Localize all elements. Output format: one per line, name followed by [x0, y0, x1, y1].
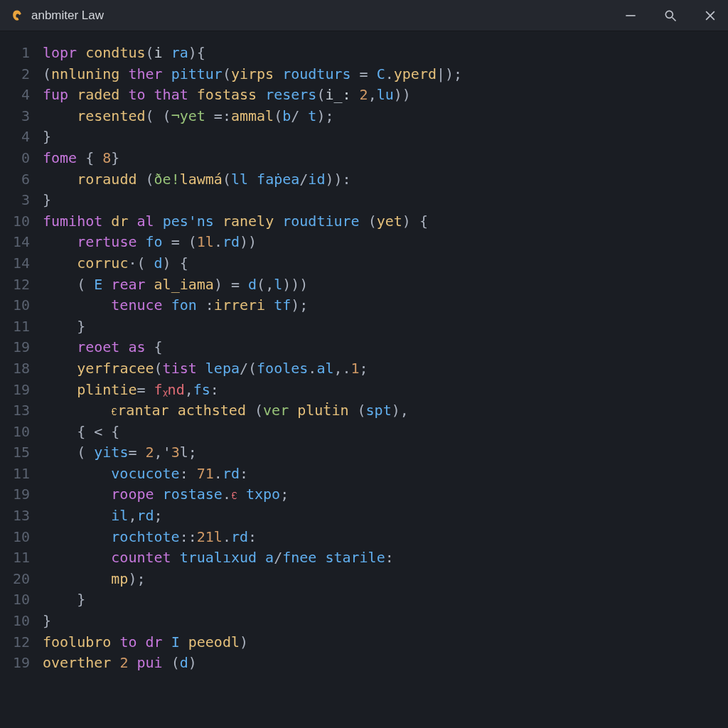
- line-number: 4: [0, 86, 43, 103]
- code-line[interactable]: 10 tenuce fon :irreri tf);: [0, 296, 728, 318]
- code-content[interactable]: resented( (¬yet =:ammal(b/ t);: [43, 107, 728, 124]
- code-line[interactable]: 10 rochtote::21l.rd:: [0, 528, 728, 550]
- code-line[interactable]: 10 { < {: [0, 423, 728, 444]
- app-logo-icon: [10, 9, 24, 23]
- code-content[interactable]: fup raded to that fostass resers(i_: 2,l…: [43, 86, 728, 103]
- svg-line-2: [673, 17, 676, 21]
- line-number: 14: [0, 233, 43, 250]
- code-content[interactable]: }: [43, 128, 728, 145]
- code-line[interactable]: 19 plintie= fᵪnd,fs:: [0, 381, 728, 402]
- code-line[interactable]: 12 ( E rear al_iama) = d(,l))): [0, 276, 728, 297]
- code-line[interactable]: 2(nnluning ther pittur(yirps roudturs = …: [0, 65, 728, 87]
- code-content[interactable]: (nnluning ther pittur(yirps roudturs = C…: [43, 65, 728, 82]
- line-number: 10: [0, 213, 43, 230]
- line-number: 18: [0, 360, 43, 377]
- line-number: 14: [0, 255, 43, 272]
- line-number: 11: [0, 465, 43, 482]
- code-content[interactable]: plintie= fᵪnd,fs:: [43, 381, 728, 398]
- window-title: anbmiter Law: [31, 9, 623, 23]
- line-number: 2: [0, 65, 43, 82]
- code-line[interactable]: 19 reoet as {: [0, 338, 728, 360]
- code-line[interactable]: 1lopr condtus(i ra){: [0, 44, 728, 65]
- code-editor[interactable]: 1lopr condtus(i ra){2(nnluning ther pitt…: [0, 31, 728, 675]
- line-number: 11: [0, 549, 43, 566]
- code-content[interactable]: fome { 8}: [43, 149, 728, 166]
- code-content[interactable]: il,rd;: [43, 507, 728, 524]
- code-line[interactable]: 10}: [0, 612, 728, 633]
- code-content[interactable]: roraudd (ðe!lawmá(ll faṗea/id)):: [43, 171, 728, 188]
- code-line[interactable]: 6 roraudd (ðe!lawmá(ll faṗea/id)):: [0, 171, 728, 192]
- code-content[interactable]: corruc·( d) {: [43, 255, 728, 272]
- line-number: 20: [0, 570, 43, 587]
- line-number: 15: [0, 444, 43, 461]
- code-content[interactable]: roope rostase.ꞓ txpo;: [43, 486, 728, 503]
- code-content[interactable]: ( E rear al_iama) = d(,l))): [43, 276, 728, 293]
- close-icon[interactable]: [702, 8, 718, 23]
- code-line[interactable]: 10 }: [0, 591, 728, 612]
- code-line[interactable]: 10fumihot dr al pes'ns ranely roudtiure …: [0, 213, 728, 234]
- code-content[interactable]: mp);: [43, 570, 728, 587]
- code-line[interactable]: 15 ( yits= 2,'3l;: [0, 444, 728, 465]
- code-content[interactable]: rertuse fo = (1l.rd)): [43, 233, 728, 250]
- line-number: 10: [0, 423, 43, 440]
- line-number: 11: [0, 318, 43, 335]
- code-content[interactable]: reoet as {: [43, 338, 728, 355]
- line-number: 10: [0, 296, 43, 314]
- code-content[interactable]: ( yits= 2,'3l;: [43, 444, 728, 461]
- code-content[interactable]: rochtote::21l.rd:: [43, 528, 728, 545]
- line-number: 0: [0, 149, 43, 166]
- line-number: 12: [0, 276, 43, 293]
- code-line[interactable]: 0fome { 8}: [0, 149, 728, 171]
- code-line[interactable]: 4}: [0, 128, 728, 149]
- code-line[interactable]: 13 il,rd;: [0, 507, 728, 528]
- line-number: 3: [0, 107, 43, 124]
- code-content[interactable]: }: [43, 591, 728, 608]
- line-number: 19: [0, 338, 43, 355]
- line-number: 3: [0, 191, 43, 208]
- code-line[interactable]: 11 }: [0, 318, 728, 339]
- code-content[interactable]: }: [43, 191, 728, 208]
- minimize-icon[interactable]: [623, 8, 638, 23]
- code-line[interactable]: 3}: [0, 191, 728, 213]
- code-line[interactable]: 14 rertuse fo = (1l.rd)): [0, 233, 728, 255]
- code-line[interactable]: 4fup raded to that fostass resers(i_: 2,…: [0, 86, 728, 107]
- code-content[interactable]: tenuce fon :irreri tf);: [43, 296, 728, 314]
- code-content[interactable]: vocucote: 71.rd:: [43, 465, 728, 482]
- code-line[interactable]: 11 countet trualıxud a/fnee starile:: [0, 549, 728, 570]
- code-line[interactable]: 14 corruc·( d) {: [0, 255, 728, 276]
- code-line[interactable]: 13 ꞓrantar acthsted (ver pluṫin (spt),: [0, 402, 728, 423]
- code-content[interactable]: countet trualıxud a/fnee starile:: [43, 549, 728, 566]
- search-icon[interactable]: [663, 8, 678, 23]
- line-number: 10: [0, 591, 43, 608]
- line-number: 13: [0, 402, 43, 419]
- code-line[interactable]: 19overther 2 pui (d): [0, 654, 728, 675]
- line-number: 10: [0, 612, 43, 629]
- code-content[interactable]: yerfracee(tist lepa/(fooles.al,.1;: [43, 360, 728, 377]
- code-line[interactable]: 19 roope rostase.ꞓ txpo;: [0, 486, 728, 507]
- code-content[interactable]: overther 2 pui (d): [43, 654, 728, 671]
- code-content[interactable]: ꞓrantar acthsted (ver pluṫin (spt),: [43, 402, 728, 419]
- code-content[interactable]: fumihot dr al pes'ns ranely roudtiure (y…: [43, 213, 728, 230]
- line-number: 1: [0, 44, 43, 61]
- code-line[interactable]: 12foolubro to dr I peeodl): [0, 633, 728, 655]
- code-line[interactable]: 20 mp);: [0, 570, 728, 592]
- code-line[interactable]: 11 vocucote: 71.rd:: [0, 465, 728, 486]
- line-number: 12: [0, 633, 43, 651]
- code-line[interactable]: 3 resented( (¬yet =:ammal(b/ t);: [0, 107, 728, 129]
- line-number: 19: [0, 381, 43, 398]
- code-content[interactable]: foolubro to dr I peeodl): [43, 633, 728, 651]
- svg-point-1: [665, 11, 673, 18]
- line-number: 10: [0, 528, 43, 545]
- line-number: 6: [0, 171, 43, 188]
- code-line[interactable]: 18 yerfracee(tist lepa/(fooles.al,.1;: [0, 360, 728, 381]
- code-content[interactable]: lopr condtus(i ra){: [43, 44, 728, 61]
- titlebar: anbmiter Law: [0, 0, 728, 31]
- code-content[interactable]: { < {: [43, 423, 728, 440]
- code-content[interactable]: }: [43, 318, 728, 335]
- line-number: 19: [0, 654, 43, 671]
- line-number: 19: [0, 486, 43, 503]
- code-content[interactable]: }: [43, 612, 728, 629]
- line-number: 4: [0, 128, 43, 145]
- line-number: 13: [0, 507, 43, 524]
